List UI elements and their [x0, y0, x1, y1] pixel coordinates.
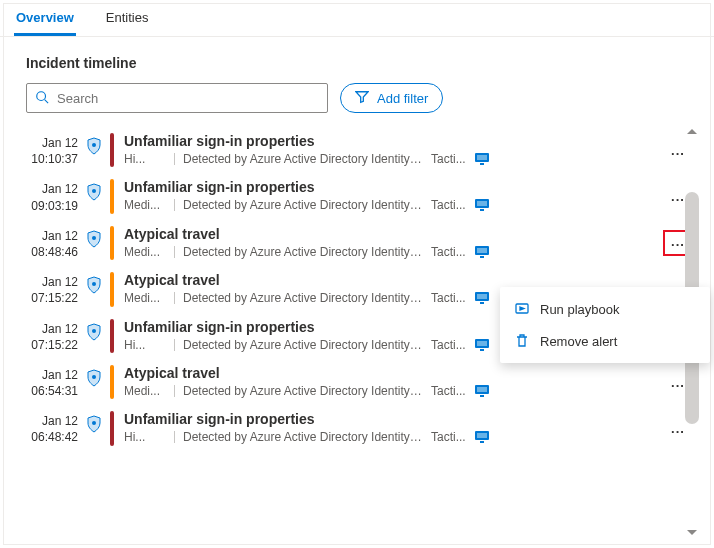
timeline-row[interactable]: Jan 12 09:03:19 Unfamiliar sign-in prope…	[26, 173, 700, 219]
svg-rect-8	[480, 209, 484, 211]
monitor-icon	[474, 338, 490, 352]
shield-icon	[78, 411, 110, 445]
tactics-text: Tacti...	[431, 384, 466, 398]
detected-by: Detected by Azure Active Directory Ident…	[183, 430, 423, 444]
monitor-icon	[474, 430, 490, 444]
svg-rect-16	[480, 302, 484, 304]
tabs: Overview Entities	[0, 0, 714, 37]
menu-remove-alert-label: Remove alert	[540, 334, 617, 349]
monitor-icon	[474, 152, 490, 166]
search-icon	[35, 90, 49, 107]
shield-icon	[78, 133, 110, 167]
severity-text: Hi...	[124, 430, 166, 444]
severity-text: Medi...	[124, 384, 166, 398]
detected-by: Detected by Azure Active Directory Ident…	[183, 338, 423, 352]
timestamp: Jan 12 08:48:46	[26, 226, 78, 260]
svg-rect-25	[477, 387, 487, 392]
add-filter-button[interactable]: Add filter	[340, 83, 443, 113]
monitor-icon	[474, 291, 490, 305]
svg-point-14	[92, 282, 96, 286]
monitor-icon	[474, 245, 490, 259]
monitor-icon	[474, 384, 490, 398]
svg-point-22	[92, 375, 96, 379]
alert-meta: Medi... Detected by Azure Active Directo…	[124, 384, 656, 398]
svg-rect-20	[480, 349, 484, 351]
tactics-text: Tacti...	[431, 245, 466, 259]
svg-rect-28	[480, 441, 484, 443]
scroll-down[interactable]	[686, 526, 698, 538]
severity-bar	[110, 133, 114, 167]
tab-entities[interactable]: Entities	[104, 0, 151, 36]
more-actions-button[interactable]: ...	[665, 142, 691, 159]
menu-run-playbook[interactable]: Run playbook	[500, 293, 710, 325]
timeline-row[interactable]: Jan 12 06:48:42 Unfamiliar sign-in prope…	[26, 405, 700, 451]
timeline-row[interactable]: Jan 12 08:48:46 Atypical travel Medi... …	[26, 220, 700, 266]
timestamp: Jan 12 06:54:31	[26, 365, 78, 399]
severity-text: Hi...	[124, 338, 166, 352]
severity-bar	[110, 319, 114, 353]
detected-by: Detected by Azure Active Directory Ident…	[183, 198, 423, 212]
trash-icon	[514, 333, 530, 349]
alert-title: Atypical travel	[124, 226, 656, 242]
section-title: Incident timeline	[0, 37, 714, 83]
svg-rect-13	[477, 248, 487, 253]
alert-meta: Medi... Detected by Azure Active Directo…	[124, 198, 656, 212]
svg-rect-4	[480, 163, 484, 165]
severity-bar	[110, 272, 114, 306]
alert-meta: Hi... Detected by Azure Active Directory…	[124, 430, 656, 444]
severity-text: Medi...	[124, 245, 166, 259]
monitor-icon	[474, 198, 490, 212]
timestamp: Jan 12 07:15:22	[26, 272, 78, 306]
alert-title: Atypical travel	[124, 272, 656, 288]
svg-rect-21	[477, 341, 487, 346]
svg-point-2	[92, 143, 96, 147]
shield-icon	[78, 226, 110, 260]
tab-overview[interactable]: Overview	[14, 0, 76, 36]
alert-title: Unfamiliar sign-in properties	[124, 133, 656, 149]
svg-rect-24	[480, 395, 484, 397]
tactics-text: Tacti...	[431, 198, 466, 212]
svg-point-10	[92, 236, 96, 240]
timestamp: Jan 12 07:15:22	[26, 319, 78, 353]
alert-meta: Hi... Detected by Azure Active Directory…	[124, 152, 656, 166]
timestamp: Jan 12 06:48:42	[26, 411, 78, 445]
tactics-text: Tacti...	[431, 152, 466, 166]
svg-rect-5	[477, 155, 487, 160]
scroll-up[interactable]	[686, 126, 698, 138]
svg-point-18	[92, 329, 96, 333]
severity-text: Medi...	[124, 198, 166, 212]
svg-rect-9	[477, 201, 487, 206]
tactics-text: Tacti...	[431, 338, 466, 352]
menu-remove-alert[interactable]: Remove alert	[500, 325, 710, 357]
tactics-text: Tacti...	[431, 291, 466, 305]
shield-icon	[78, 319, 110, 353]
timestamp: Jan 12 09:03:19	[26, 179, 78, 213]
filter-icon	[355, 90, 369, 107]
alert-title: Unfamiliar sign-in properties	[124, 411, 656, 427]
search-box[interactable]	[26, 83, 328, 113]
severity-bar	[110, 179, 114, 213]
timestamp: Jan 12 10:10:37	[26, 133, 78, 167]
svg-line-1	[45, 99, 49, 103]
severity-bar	[110, 411, 114, 445]
timeline-row[interactable]: Jan 12 06:54:31 Atypical travel Medi... …	[26, 359, 700, 405]
detected-by: Detected by Azure Active Directory Ident…	[183, 291, 423, 305]
alert-meta: Medi... Detected by Azure Active Directo…	[124, 245, 656, 259]
tactics-text: Tacti...	[431, 430, 466, 444]
detected-by: Detected by Azure Active Directory Ident…	[183, 245, 423, 259]
alert-title: Unfamiliar sign-in properties	[124, 179, 656, 195]
svg-point-26	[92, 421, 96, 425]
severity-bar	[110, 226, 114, 260]
menu-run-playbook-label: Run playbook	[540, 302, 620, 317]
detected-by: Detected by Azure Active Directory Ident…	[183, 152, 423, 166]
detected-by: Detected by Azure Active Directory Ident…	[183, 384, 423, 398]
timeline-row[interactable]: Jan 12 10:10:37 Unfamiliar sign-in prope…	[26, 127, 700, 173]
shield-icon	[78, 179, 110, 213]
svg-point-6	[92, 189, 96, 193]
shield-icon	[78, 365, 110, 399]
shield-icon	[78, 272, 110, 306]
svg-rect-29	[477, 433, 487, 438]
svg-rect-12	[480, 256, 484, 258]
toolbar: Add filter	[0, 83, 714, 127]
search-input[interactable]	[57, 91, 319, 106]
